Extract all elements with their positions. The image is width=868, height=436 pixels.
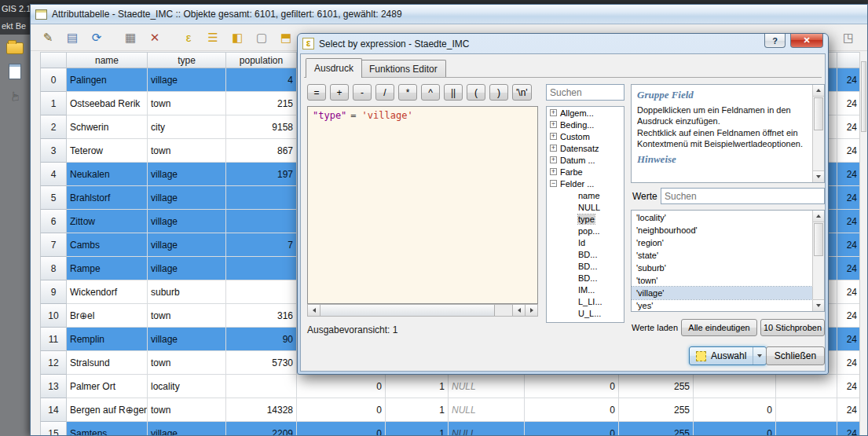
table-cell[interactable] [226,210,297,233]
table-cell[interactable]: 1 [386,422,449,436]
row-number-cell[interactable]: 3 [40,139,67,163]
operator-button-item[interactable]: || [444,84,463,101]
table-cell[interactable]: village [148,68,226,92]
table-cell[interactable]: town [148,139,226,163]
select-dropdown-arrow[interactable] [753,347,766,365]
table-cell[interactable] [694,375,776,398]
row-number-cell[interactable]: 12 [40,351,67,375]
expand-icon[interactable]: + [550,168,557,175]
scrollbar-track[interactable] [495,305,512,316]
column-header-type[interactable]: type [148,52,226,68]
operator-button-item[interactable]: * [398,84,417,101]
table-cell[interactable]: 24 [837,328,861,351]
table-cell[interactable]: Wickendorf [67,280,148,304]
table-cell[interactable]: 0 [297,375,386,398]
expression-editor[interactable]: "type"='village' [307,106,538,304]
table-cell[interactable]: Ostseebad Rerik [67,92,148,115]
operator-button-item[interactable]: ) [489,84,508,101]
toggle-editing-button[interactable]: ✎ [38,28,57,47]
table-cell[interactable]: Palmer Ort [67,375,148,398]
table-cell[interactable]: 1 [386,375,449,398]
table-cell[interactable]: Samtens [67,422,148,436]
tab-ausdruck[interactable]: Ausdruck [306,58,362,78]
table-cell[interactable]: 215 [226,92,297,115]
column-header[interactable] [40,52,67,68]
table-cell[interactable]: 24 [837,210,861,233]
value-item-neighbourhood[interactable]: 'neighbourhood' [632,224,812,236]
table-cell[interactable]: village [148,328,226,351]
collapse-icon[interactable]: − [550,180,557,187]
tree-group-beding[interactable]: +Beding... [547,119,624,130]
select-button[interactable]: Auswahl [689,346,767,365]
table-cell[interactable] [776,398,837,422]
table-cell[interactable]: Stralsund [67,351,148,375]
table-cell[interactable]: 0 [525,398,619,422]
expand-icon[interactable]: + [550,133,557,140]
table-cell[interactable]: 0 [297,422,386,436]
row-number-cell[interactable]: 15 [40,422,67,436]
row-number-cell[interactable]: 14 [40,398,67,422]
operator-button-item[interactable]: - [353,84,372,101]
row-number-cell[interactable]: 1 [40,92,67,115]
table-cell[interactable]: Br⊕el [67,304,148,328]
operator-button-item[interactable]: ( [467,84,485,101]
table-cell[interactable]: 0 [694,398,776,422]
table-cell[interactable]: town [148,351,226,375]
table-cell[interactable]: village [148,186,226,210]
operator-button-item[interactable]: + [330,84,349,101]
tree-group-felder[interactable]: −Felder ... [547,178,624,189]
table-cell[interactable]: 24 [837,186,861,210]
table-cell[interactable]: 24 [837,398,861,422]
table-cell[interactable]: 4 [226,68,297,92]
table-cell[interactable] [776,375,837,398]
value-item-village[interactable]: 'village' [632,287,812,299]
all-unique-button[interactable]: Alle eindeutigen [681,319,757,336]
row-number-cell[interactable]: 0 [40,68,67,92]
table-cell[interactable]: 24 [837,68,861,92]
row-number-cell[interactable]: 2 [40,115,67,139]
reload-table-button[interactable]: ⟳ [87,28,106,47]
table-cell[interactable]: Cambs [67,233,148,257]
scroll-right-icon[interactable] [525,305,537,316]
table-cell[interactable]: 0 [525,375,619,398]
scroll-up-icon[interactable] [813,85,824,97]
tree-field-null[interactable]: NULL [547,201,624,213]
attribute-table-titlebar[interactable]: Attributtabelle - Staedte_IMC :: Objekte… [31,5,867,24]
table-cell[interactable]: Rampe [67,257,148,280]
dialog-close-button[interactable]: ✕ [790,34,823,48]
table-cell[interactable]: NULL [449,375,525,398]
expression-horizontal-scrollbar[interactable] [307,304,538,317]
select-all-button[interactable]: ☰ [203,28,222,47]
column-header-population[interactable]: population [226,52,297,68]
operator-button-item[interactable]: = [307,84,326,101]
value-item-region[interactable]: 'region' [632,236,812,249]
close-dialog-button[interactable]: Schließen [766,346,825,365]
table-cell[interactable]: 316 [226,304,297,328]
table-cell[interactable]: 0 [525,422,619,436]
table-cell[interactable]: 0 [297,398,386,422]
tree-field-bd[interactable]: BD... [547,260,624,272]
open-project-folder-icon[interactable] [6,42,24,54]
table-cell[interactable]: NULL [449,422,525,436]
dock-table-button[interactable]: ◳ [839,28,858,47]
tree-group-farbe[interactable]: +Farbe [547,166,624,178]
value-item-yes[interactable]: 'yes' [632,299,812,312]
table-cell[interactable] [226,280,297,304]
table-cell[interactable]: town [148,304,226,328]
tree-field-id[interactable]: Id [547,236,624,248]
column-header[interactable] [837,52,861,68]
expand-icon[interactable]: + [550,145,557,152]
tab-funktions-editor[interactable]: Funktions Editor [361,60,446,77]
table-cell[interactable]: 1 [386,398,449,422]
tree-field-l-li[interactable]: L_LI... [547,295,624,307]
row-number-cell[interactable]: 11 [40,328,67,351]
tree-field-type[interactable]: type [547,213,624,225]
tree-group-custom[interactable]: +Custom [547,130,624,142]
table-cell[interactable]: 24 [837,92,861,115]
value-item-town[interactable]: 'town' [632,274,812,287]
tree-group-datum[interactable]: +Datum ... [547,154,624,166]
table-cell[interactable]: Zittow [67,210,148,233]
value-item-locality[interactable]: 'locality' [632,211,812,224]
table-cell[interactable]: town [148,92,226,115]
table-cell[interactable]: 5730 [226,351,297,375]
